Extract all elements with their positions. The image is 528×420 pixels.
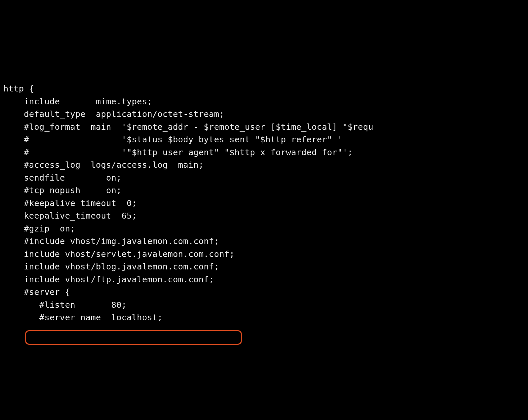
code-line[interactable]: #keepalive_timeout 0; [3, 197, 528, 210]
code-line[interactable]: default_type application/octet-stream; [3, 108, 528, 121]
code-line[interactable]: http { [3, 82, 528, 95]
code-line[interactable]: #server_name localhost; [3, 311, 528, 324]
highlight-annotation [25, 330, 242, 345]
code-line[interactable]: include vhost/ftp.javalemon.com.conf; [3, 273, 528, 286]
code-line[interactable]: include vhost/servlet.javalemon.com.conf… [3, 248, 528, 261]
code-line[interactable]: #log_format main '$remote_addr - $remote… [3, 121, 528, 133]
code-line[interactable]: #include vhost/img.javalemon.com.conf; [3, 235, 528, 248]
code-line[interactable]: include vhost/blog.javalemon.com.conf; [3, 260, 528, 273]
code-editor-viewport: http { include mime.types; default_type … [3, 57, 528, 349]
code-line[interactable]: keepalive_timeout 65; [3, 209, 528, 222]
code-line[interactable]: #gzip on; [3, 222, 528, 235]
code-block[interactable]: http { include mime.types; default_type … [3, 82, 528, 324]
code-line[interactable]: #listen 80; [3, 298, 528, 311]
code-line[interactable]: # '"$http_user_agent" "$http_x_forwarded… [3, 146, 528, 159]
code-line[interactable]: # '$status $body_bytes_sent "$http_refer… [3, 133, 528, 146]
code-line[interactable]: sendfile on; [3, 171, 528, 184]
code-line[interactable]: #server { [3, 286, 528, 298]
code-line[interactable]: #tcp_nopush on; [3, 184, 528, 197]
code-line[interactable]: include mime.types; [3, 95, 528, 108]
code-line[interactable]: #access_log logs/access.log main; [3, 158, 528, 171]
